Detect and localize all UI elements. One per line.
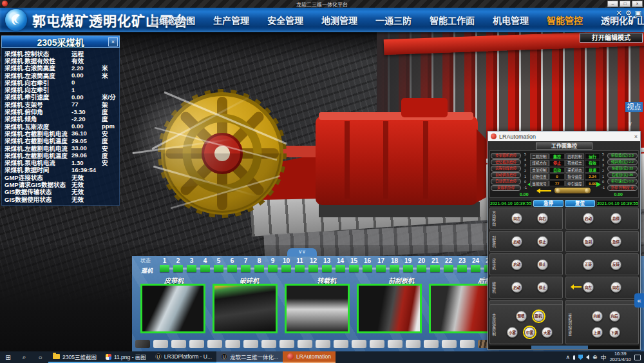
panel-close-icon[interactable]: × (108, 37, 118, 46)
ime-indicator[interactable]: 中 (601, 353, 607, 362)
angle-status-button[interactable]: 牵引速(实) 0.0 (607, 179, 638, 184)
nav-menu-item[interactable]: 生产管理 (213, 14, 249, 26)
estop-button[interactable]: 急停 (533, 200, 564, 207)
mode-status-button[interactable]: 采煤机急停 (491, 185, 521, 191)
nav-menu-item[interactable]: 地测管理 (321, 14, 357, 26)
control-button[interactable]: 停止 (537, 236, 548, 247)
control-button[interactable]: 急停 (611, 236, 621, 247)
angle-status-button[interactable]: 急停 控制权 无 (607, 185, 638, 191)
control-button[interactable]: 向右 (611, 282, 621, 293)
filmstrip-thumb[interactable] (424, 340, 439, 348)
camera-thumbnail[interactable] (429, 284, 494, 333)
filmstrip-thumb[interactable] (279, 340, 294, 348)
control-button[interactable]: 下调 (609, 327, 620, 338)
open-edit-mode-button[interactable]: 打开编辑模式 (580, 33, 643, 43)
taskbar-item-platform-active[interactable]: U 龙软二三维一体化... (216, 351, 283, 363)
mode-status-button[interactable]: 自动调直启停 (491, 172, 521, 178)
nav-menu-item[interactable]: 智能管控 (547, 14, 583, 26)
minimize-button[interactable]: – (607, 1, 618, 7)
taskbar-item-lr3dplatform[interactable]: U LR3DPlatform - U... (151, 351, 216, 363)
control-button[interactable]: 启动 (583, 213, 594, 224)
control-button[interactable]: 预喷 (516, 311, 527, 322)
filmstrip-thumb[interactable] (352, 340, 366, 348)
filmstrip-thumb[interactable] (207, 340, 222, 348)
taskbar-item-folder[interactable]: 2305三维截图 (48, 351, 101, 363)
control-button[interactable]: 停止 (537, 259, 548, 270)
control-button[interactable]: 大雾 (542, 327, 553, 338)
tray-chevron-icon[interactable]: ∧ (565, 354, 570, 360)
control-button[interactable]: 急刹 (583, 236, 594, 247)
control-button[interactable]: 向右 (537, 213, 548, 224)
angle-status-button[interactable]: 左截割(实) 33 (607, 166, 638, 172)
reset-button[interactable]: 复位 (565, 200, 595, 207)
taskbar-item-lrautomation[interactable]: LRAutomation (283, 351, 336, 363)
control-button[interactable]: 启动 (511, 282, 522, 293)
control-button[interactable]: 启动 (511, 259, 522, 270)
filmstrip-thumb[interactable] (316, 340, 330, 348)
maximize-button[interactable]: □ (620, 1, 630, 7)
control-button[interactable]: 向左 (511, 213, 522, 224)
filmstrip-thumb[interactable] (442, 340, 457, 348)
control-button[interactable]: 正转 (583, 259, 594, 270)
control-button[interactable]: 启动 (511, 236, 522, 247)
control-button[interactable]: 跟机 (533, 311, 544, 322)
control-button[interactable]: 中雾 (524, 327, 535, 338)
filmstrip-thumb[interactable] (189, 340, 204, 348)
chevron-down-icon[interactable]: ∨ (628, 120, 632, 127)
filmstrip-thumb[interactable] (225, 340, 240, 348)
action-center-icon[interactable] (634, 355, 641, 360)
filmstrip-thumb[interactable] (298, 340, 312, 348)
filmstrip-thumb[interactable] (171, 340, 186, 348)
nav-menu-item[interactable]: 机电管理 (493, 14, 529, 26)
viewpoint-tag[interactable]: 视点 (625, 102, 643, 112)
speaker-icon[interactable] (586, 355, 589, 360)
horizontal-scrollbar[interactable] (489, 346, 639, 349)
control-button[interactable]: 向后 (609, 311, 620, 322)
workface-control-tab[interactable]: 工作面集控 (536, 142, 592, 150)
filmstrip-thumb[interactable] (243, 340, 258, 348)
search-icon[interactable]: ⌕ (16, 351, 32, 363)
lrautomation-close-icon[interactable]: × (634, 133, 638, 140)
filmstrip-thumb[interactable] (261, 340, 276, 348)
taskbar-item-paint[interactable]: 11.png - 画图 (101, 351, 151, 363)
clock[interactable]: 16:39 2021/4/10 (610, 351, 631, 362)
control-button[interactable]: 小雾 (507, 327, 518, 338)
control-button[interactable]: 向左 (583, 282, 594, 293)
filmstrip-thumb[interactable] (406, 340, 421, 348)
close-button[interactable]: × (632, 1, 643, 7)
filmstrip-thumb[interactable] (334, 340, 348, 348)
start-button[interactable]: ⊞ (0, 351, 16, 363)
fullscreen-icon[interactable]: ▣ (635, 9, 641, 17)
angle-status-button[interactable]: 倾斜角(实) 2.2 (607, 159, 638, 165)
security-shield-icon[interactable] (578, 355, 583, 360)
filmstrip-thumb[interactable] (153, 340, 168, 348)
angle-status-button[interactable]: 俯仰角(实) 3.3 (607, 153, 638, 159)
camera-thumbnail[interactable] (140, 284, 205, 333)
filmstrip-thumb[interactable] (388, 340, 402, 348)
mode-status-button[interactable]: 自动调高启停 (491, 179, 521, 184)
control-button[interactable]: 反转 (611, 259, 621, 270)
mode-status-button[interactable]: 支架跟机启停 (491, 153, 521, 159)
microphone-icon[interactable] (573, 355, 575, 360)
control-button[interactable]: 总停 (611, 213, 621, 224)
control-button[interactable]: 向前 (592, 311, 603, 322)
bottom-panel-collapse-tab[interactable]: ∨∨ (287, 248, 317, 257)
control-button[interactable]: 上调 (592, 327, 603, 338)
filmstrip-thumb[interactable] (460, 340, 475, 348)
nav-menu-item[interactable]: 智能工作面 (430, 14, 475, 26)
gear-icon[interactable]: ⚙ (625, 9, 632, 17)
camera-thumbnail[interactable] (285, 284, 350, 333)
nav-menu-item[interactable]: 安全管理 (267, 14, 303, 26)
mode-status-button[interactable]: 记忆截割启停 (491, 159, 521, 165)
angle-status-button[interactable]: 右截割(实) 36 (607, 172, 638, 178)
camera-thumbnail[interactable] (357, 284, 422, 333)
cortana-icon[interactable]: ○ (32, 351, 48, 363)
tools-icon[interactable]: ✕ (616, 9, 622, 17)
nav-menu-item[interactable]: 一通三防 (375, 14, 412, 26)
network-icon[interactable]: ⊕ (592, 354, 598, 360)
nav-menu-item[interactable]: 三维态势图 (150, 14, 195, 26)
camera-thumbnail[interactable] (213, 284, 278, 333)
control-button[interactable]: 停止 (537, 282, 548, 293)
filmstrip-thumb[interactable] (135, 340, 150, 348)
collapse-panel-button[interactable]: « (634, 293, 644, 308)
